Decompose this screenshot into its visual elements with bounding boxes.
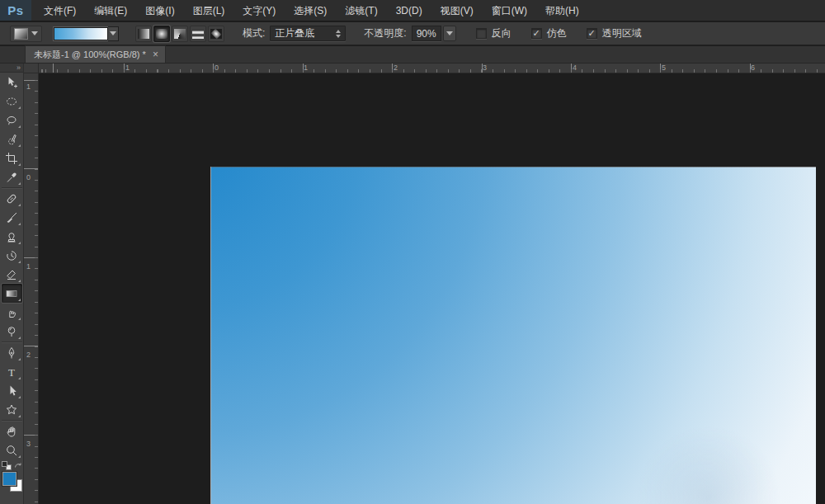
custom-shape-tool[interactable] [2, 400, 22, 419]
tools-collapse-button[interactable]: » [0, 64, 23, 73]
swap-colors-icon[interactable] [14, 461, 22, 473]
menu-file[interactable]: 文件(F) [35, 0, 85, 21]
menu-filter[interactable]: 滤镜(T) [336, 0, 386, 21]
document-canvas[interactable] [210, 167, 816, 504]
menu-select[interactable]: 选择(S) [285, 0, 336, 21]
color-swatch-area [0, 461, 24, 499]
menu-help[interactable]: 帮助(H) [536, 0, 588, 21]
ruler-number: 5 [662, 64, 666, 72]
ruler-number: 2 [394, 64, 398, 72]
default-colors-icon[interactable] [2, 461, 12, 470]
clone-stamp-tool[interactable] [2, 227, 22, 246]
ruler-number: 1 [26, 82, 31, 91]
menu-items: 文件(F) 编辑(E) 图像(I) 图层(L) 文字(Y) 选择(S) 滤镜(T… [31, 0, 588, 21]
main-area: » T [0, 64, 825, 504]
linear-gradient-button[interactable] [135, 26, 152, 42]
svg-text:T: T [8, 365, 15, 378]
ruler-minor-ticks [35, 73, 38, 504]
history-brush-tool[interactable] [2, 246, 22, 265]
document-tab-bar: 未标题-1 @ 100%(RGB/8) * × [0, 46, 825, 64]
eraser-tool[interactable] [2, 265, 22, 284]
pen-tool[interactable] [2, 343, 22, 362]
dither-checkbox-group: ✓ 仿色 [531, 26, 567, 40]
menu-image[interactable]: 图像(I) [136, 0, 183, 21]
ps-logo: Ps [0, 0, 31, 21]
opacity-value: 90% [417, 28, 436, 40]
options-bar: 模式: 正片叠底 不透明度: 90% 反向 ✓ 仿色 ✓ 透明区域 [0, 22, 825, 45]
reverse-checkbox[interactable] [476, 28, 487, 39]
document-tab[interactable]: 未标题-1 @ 100%(RGB/8) * × [25, 45, 166, 63]
mode-label: 模式: [243, 26, 265, 40]
spot-healing-brush-tool[interactable] [2, 189, 22, 208]
opacity-input[interactable]: 90% [412, 26, 441, 41]
transparency-checkbox[interactable]: ✓ [587, 28, 597, 39]
gradient-preview-swatch[interactable] [54, 27, 108, 40]
chevron-down-icon [446, 31, 453, 35]
hand-tool[interactable] [2, 422, 22, 440]
gradient-picker-arrow[interactable] [108, 26, 119, 41]
vertical-ruler[interactable]: 1 0 1 2 3 [24, 73, 39, 504]
path-selection-tool[interactable] [2, 381, 22, 400]
ruler-number: 6 [751, 64, 755, 72]
transparency-checkbox-group: ✓ 透明区域 [587, 26, 642, 40]
ruler-number: 3 [26, 440, 31, 448]
blend-mode-select[interactable]: 正片叠底 [270, 26, 346, 41]
zoom-tool[interactable] [2, 440, 22, 459]
radial-gradient-button[interactable] [153, 26, 170, 42]
opacity-label: 不透明度: [364, 26, 406, 40]
spinner-icon [336, 30, 341, 38]
eyedropper-tool[interactable] [2, 167, 22, 186]
gradient-tool[interactable] [2, 284, 22, 303]
dodge-tool[interactable] [2, 322, 22, 341]
smudge-tool[interactable] [2, 303, 22, 322]
transparency-label: 透明区域 [602, 26, 642, 40]
angle-gradient-icon [174, 29, 186, 39]
ruler-number: 2 [26, 351, 31, 359]
horizontal-ruler[interactable]: 1 0 1 2 3 4 5 6 [39, 64, 825, 73]
menu-type[interactable]: 文字(Y) [233, 0, 285, 21]
diamond-gradient-button[interactable] [208, 26, 224, 42]
ruler-number: 3 [483, 64, 487, 72]
menu-3d[interactable]: 3D(D) [387, 0, 431, 21]
tools-list: T [0, 73, 23, 499]
elliptical-marquee-tool[interactable] [2, 92, 22, 111]
menu-window[interactable]: 窗口(W) [483, 0, 536, 21]
lasso-tool[interactable] [2, 111, 22, 130]
quick-selection-tool[interactable] [2, 130, 22, 148]
gradient-preset-icon [14, 28, 28, 40]
menu-layer[interactable]: 图层(L) [184, 0, 234, 21]
ruler-number: 1 [26, 262, 31, 271]
photoshop-window: Ps 文件(F) 编辑(E) 图像(I) 图层(L) 文字(Y) 选择(S) 滤… [0, 0, 825, 504]
tools-panel: » T [0, 64, 24, 504]
opacity-dropdown-button[interactable] [443, 26, 456, 41]
menu-edit[interactable]: 编辑(E) [85, 0, 136, 21]
dither-checkbox[interactable]: ✓ [531, 28, 542, 39]
tools-divider [2, 341, 22, 342]
ruler-number: 1 [125, 64, 130, 72]
chevron-down-icon [31, 31, 38, 35]
diamond-gradient-icon [210, 29, 222, 39]
tool-preset-picker[interactable] [10, 26, 42, 42]
ruler-number: 4 [573, 64, 577, 72]
reflected-gradient-icon [192, 29, 204, 39]
angle-gradient-button[interactable] [172, 26, 188, 42]
menu-bar: Ps 文件(F) 编辑(E) 图像(I) 图层(L) 文字(Y) 选择(S) 滤… [0, 0, 825, 21]
type-tool[interactable]: T [2, 362, 22, 381]
tools-divider [2, 420, 22, 421]
blend-mode-value: 正片叠底 [275, 26, 314, 40]
pasteboard [39, 73, 825, 504]
move-tool[interactable] [2, 73, 22, 92]
menu-view[interactable]: 视图(V) [431, 0, 483, 21]
gradient-editor[interactable] [54, 26, 119, 41]
close-icon[interactable]: × [153, 49, 158, 59]
brush-tool[interactable] [2, 208, 22, 227]
document-title: 未标题-1 @ 100%(RGB/8) * [34, 49, 146, 61]
foreground-color-swatch[interactable] [2, 472, 16, 486]
radial-gradient-icon [156, 29, 167, 39]
reflected-gradient-button[interactable] [190, 26, 206, 42]
chevron-down-icon [110, 31, 116, 35]
ruler-corner [24, 64, 39, 73]
crop-tool[interactable] [2, 148, 22, 167]
linear-gradient-icon [138, 29, 149, 39]
ruler-number: 1 [304, 64, 308, 72]
